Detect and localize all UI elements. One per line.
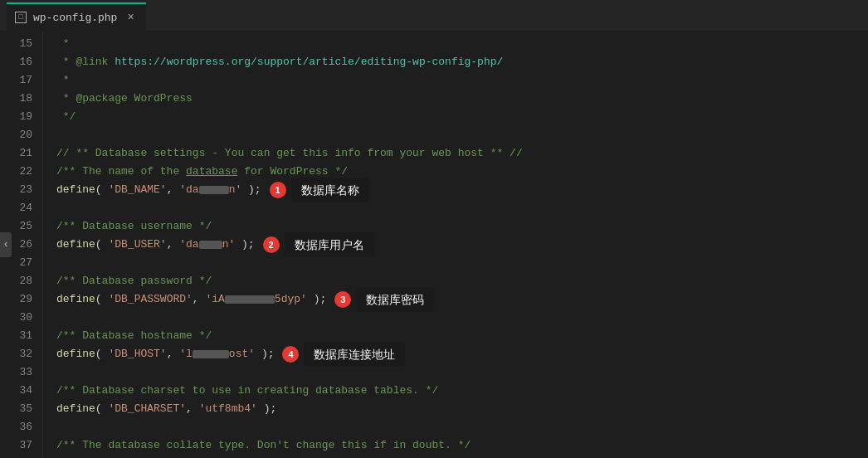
tab-close-button[interactable]: × [127,11,134,24]
tab-wp-config[interactable]: □ wp-config.php × [7,2,146,31]
badge-3: 3 [334,291,351,308]
line-num-19: 19 [17,108,32,126]
line-num-17: 17 [17,71,32,90]
code-line-35: define( 'DB_CHARSET', 'utf8mb4' ); [56,400,868,418]
line-num-27: 27 [17,254,32,272]
line-num-28: 28 [17,272,32,290]
line-num-25: 25 [17,217,32,236]
tab-filename: wp-config.php [33,12,117,24]
line-num-30: 30 [17,309,32,327]
line-num-36: 36 [17,418,32,436]
line-num-32: 32 [17,345,32,363]
code-line-32: define( 'DB_HOST', 'lost' ); 4 数据库连接地址 [56,345,868,363]
code-line-18: * @package WordPress [56,90,868,108]
code-line-24 [56,199,868,217]
line-num-31: 31 [17,327,32,345]
code-line-20 [56,126,868,144]
line-num-26: 26 [17,236,32,254]
line-num-15: 15 [17,35,32,53]
tab-bar: □ wp-config.php × [0,0,868,32]
editor-container: ‹ 15 16 17 18 19 20 21 22 23 24 25 26 27… [0,32,868,458]
code-line-29: define( 'DB_PASSWORD', 'iA5dyp' ); 3 数据库… [56,290,868,309]
code-line-33 [56,363,868,382]
code-line-22: /** The name of the database for WordPre… [56,163,868,181]
code-line-36 [56,418,868,436]
badge-1: 1 [270,182,286,198]
line-num-33: 33 [17,363,32,382]
code-line-27 [56,254,868,272]
file-icon: □ [15,12,27,23]
line-num-21: 21 [17,144,32,163]
code-line-26: define( 'DB_USER', 'dan' ); 2 数据库用户名 [56,236,868,254]
line-num-16: 16 [17,53,32,71]
line-num-18: 18 [17,90,32,108]
line-num-37: 37 [17,436,32,455]
code-line-21: // ** Database settings - You can get th… [56,144,868,163]
code-line-19: */ [56,108,868,126]
line-num-23: 23 [17,181,32,199]
line-num-38: 38 [17,455,32,458]
code-line-34: /** Database charset to use in creating … [56,382,868,400]
line-num-24: 24 [17,199,32,217]
badge-2: 2 [263,236,280,253]
code-line-15: * [56,35,868,53]
line-num-29: 29 [17,290,32,309]
code-line-17: * [56,71,868,90]
code-line-28: /** Database password */ [56,272,868,290]
chevron-left-icon: ‹ [2,239,8,251]
badge-4: 4 [282,346,299,363]
line-num-34: 34 [17,382,32,400]
collapse-sidebar-button[interactable]: ‹ [0,232,12,257]
code-editor[interactable]: * * @link https://wordpress.org/support/… [43,32,868,458]
code-line-37: /** The database collate type. Don't cha… [56,436,868,455]
code-line-38: define( 'DB_COLLATE', '' ); [56,455,868,458]
code-line-23: define( 'DB_NAME', 'dan' ); 1 数据库名称 [56,181,868,199]
code-line-30 [56,309,868,327]
code-line-25: /** Database username */ [56,217,868,236]
line-num-20: 20 [17,126,32,144]
code-line-31: /** Database hostname */ [56,327,868,345]
code-line-16: * @link https://wordpress.org/support/ar… [56,53,868,71]
line-num-35: 35 [17,400,32,418]
line-num-22: 22 [17,163,32,181]
